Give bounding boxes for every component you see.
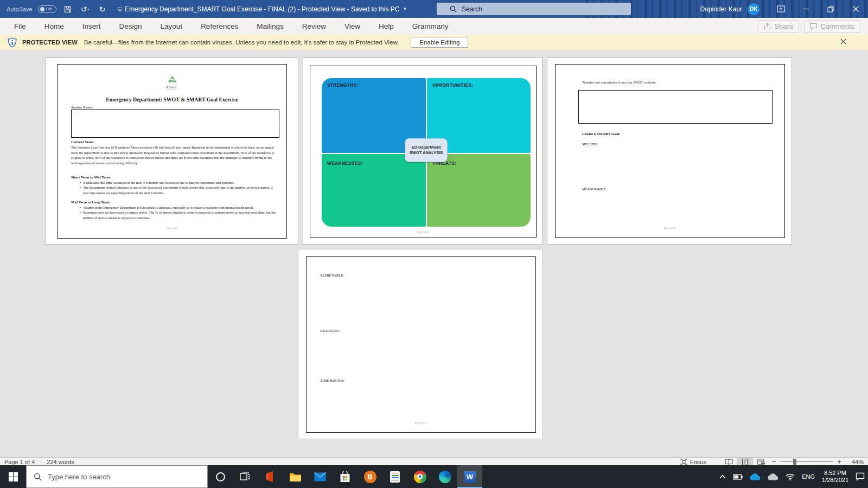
share-label: Share bbox=[774, 22, 793, 30]
search-input[interactable]: Search bbox=[437, 3, 631, 15]
mid-term-bullets: •Volume in the Emergency Department is f… bbox=[78, 205, 276, 220]
tab-layout[interactable]: Layout bbox=[151, 18, 192, 35]
document-page-4[interactable]: ACHIEVABLE: REALISTIC: TIME BOUND: Page … bbox=[298, 249, 543, 439]
swot-center-line2: SWOT ANALYSIS bbox=[410, 150, 443, 156]
task-view-icon[interactable] bbox=[233, 465, 258, 488]
comments-button[interactable]: Comments bbox=[804, 20, 860, 33]
tray-expand-chevron-icon[interactable] bbox=[719, 474, 726, 479]
strengths-label: STRENGTHS: bbox=[327, 82, 358, 88]
save-icon[interactable] bbox=[62, 3, 74, 16]
autosave-toggle-knob bbox=[40, 7, 44, 11]
swot-center-title: ED Department SWOT ANALYSIS bbox=[405, 138, 448, 162]
tab-file[interactable]: File bbox=[5, 18, 35, 35]
list-item: •Volume in the Emergency Department is f… bbox=[78, 205, 276, 210]
tab-view[interactable]: View bbox=[335, 18, 369, 35]
logo-subtitle: COLLEGE bbox=[46, 88, 298, 91]
minimize-button[interactable] bbox=[793, 0, 818, 18]
print-layout-button[interactable] bbox=[737, 458, 753, 466]
tab-mailings[interactable]: Mailings bbox=[247, 18, 293, 35]
current-state-text: The Intensive Care Unit has 60 Registere… bbox=[71, 145, 276, 165]
chrome-icon[interactable] bbox=[407, 465, 432, 488]
tab-grammarly[interactable]: Grammarly bbox=[403, 18, 458, 35]
ribbon-display-options-icon[interactable] bbox=[768, 0, 793, 18]
status-bar: Page 1 of 4 224 words Focus − + 44% bbox=[0, 457, 868, 465]
title-dropdown-caret-icon[interactable]: ▼ bbox=[403, 7, 407, 11]
web-layout-button[interactable] bbox=[753, 458, 769, 466]
tray-date: 1/28/2021 bbox=[822, 477, 848, 483]
weaknesses-label: WEAKNESSES: bbox=[327, 160, 363, 166]
orange-b-app-icon[interactable]: B bbox=[358, 465, 382, 488]
action-center-icon[interactable] bbox=[856, 472, 865, 481]
tab-references[interactable]: References bbox=[192, 18, 247, 35]
taskbar-search-input[interactable]: Type here to search bbox=[26, 465, 208, 488]
page4-footer: Page 4 of 4 bbox=[298, 421, 542, 424]
microsoft-store-icon[interactable] bbox=[333, 465, 358, 488]
mid-term-heading: Mid Term to Long Term: bbox=[71, 200, 111, 204]
search-placeholder: Search bbox=[462, 5, 482, 13]
autosave-label: AutoSave bbox=[7, 6, 33, 12]
student-names-box[interactable] bbox=[71, 110, 279, 138]
quick-access-toolbar-icon[interactable] bbox=[114, 3, 126, 16]
undo-icon[interactable]: ↺▾ bbox=[79, 3, 91, 16]
realistic-label: REALISTIC: bbox=[320, 329, 340, 332]
tab-review[interactable]: Review bbox=[293, 18, 335, 35]
word-app-icon[interactable]: W bbox=[457, 465, 482, 488]
cloud-status-icon[interactable] bbox=[768, 473, 778, 480]
swot-center-line1: ED Department bbox=[411, 145, 441, 150]
read-mode-button[interactable] bbox=[720, 458, 737, 466]
cortana-icon[interactable] bbox=[208, 465, 233, 488]
edge-icon[interactable] bbox=[432, 465, 457, 488]
document-page-2[interactable]: STRENGTHS: OPPORTUNITIES: WEAKNESSES: TH… bbox=[303, 57, 542, 245]
share-icon bbox=[764, 23, 771, 30]
document-page-3[interactable]: Transfer one opportunity from your SWOT … bbox=[547, 57, 792, 245]
autosave-toggle[interactable]: Off bbox=[38, 5, 56, 13]
wifi-icon[interactable] bbox=[786, 473, 795, 480]
close-button[interactable] bbox=[843, 0, 868, 18]
share-button[interactable]: Share bbox=[758, 20, 799, 33]
search-icon bbox=[450, 5, 457, 12]
current-state-heading: Current State: bbox=[71, 140, 94, 144]
zoom-slider-handle[interactable] bbox=[793, 459, 796, 465]
time-bound-label: TIME BOUND: bbox=[320, 378, 344, 382]
restore-button[interactable] bbox=[818, 0, 843, 18]
file-explorer-icon[interactable] bbox=[283, 465, 308, 488]
user-name[interactable]: Dupinder Kaur bbox=[700, 5, 742, 13]
clock[interactable]: 8:52 PM 1/28/2021 bbox=[822, 470, 848, 484]
avatar[interactable]: DK bbox=[748, 3, 760, 15]
smart-goal-heading: Create a SMART Goal: bbox=[582, 132, 620, 136]
comments-label: Comments bbox=[820, 22, 854, 30]
zoom-slider[interactable] bbox=[780, 458, 833, 466]
tab-design[interactable]: Design bbox=[110, 18, 151, 35]
list-item: •3 additional full time vacancies in the… bbox=[78, 180, 276, 185]
office-app-icon[interactable] bbox=[258, 465, 283, 488]
banner-close-icon[interactable] bbox=[840, 38, 846, 46]
tab-home[interactable]: Home bbox=[35, 18, 73, 35]
swot-threats-quadrant[interactable]: THREATS: bbox=[427, 154, 531, 227]
page-indicator[interactable]: Page 1 of 4 bbox=[4, 459, 35, 465]
tab-insert[interactable]: Insert bbox=[73, 18, 110, 35]
zoom-out-button[interactable]: − bbox=[769, 458, 779, 466]
titlebar: AutoSave Off ↺▾ ↻ Emergency Department_S… bbox=[0, 0, 868, 18]
list-item: •The department clinical educator is one… bbox=[78, 185, 276, 195]
enable-editing-button[interactable]: Enable Editing bbox=[411, 37, 468, 48]
language-indicator[interactable]: ENG bbox=[802, 473, 815, 480]
short-term-heading: Short Term to Mid Term: bbox=[71, 175, 111, 179]
window-title-text: Emergency Department_SMART Goal Exercise… bbox=[125, 5, 399, 13]
redo-icon[interactable]: ↻ bbox=[97, 3, 108, 16]
battery-icon[interactable] bbox=[733, 474, 743, 480]
short-term-bullets: •3 additional full time vacancies in the… bbox=[78, 180, 276, 195]
word-count[interactable]: 224 words bbox=[47, 459, 74, 465]
autosave-state-label: Off bbox=[46, 7, 52, 11]
tab-help[interactable]: Help bbox=[369, 18, 403, 35]
document-page-1[interactable]: SAULT COLLEGE Emergency Department: SWOT… bbox=[46, 57, 298, 245]
notes-app-icon[interactable] bbox=[382, 465, 407, 488]
opportunity-box[interactable] bbox=[578, 90, 773, 124]
swot-weaknesses-quadrant[interactable]: WEAKNESSES: bbox=[322, 154, 426, 227]
focus-button[interactable]: Focus bbox=[680, 459, 706, 465]
zoom-in-button[interactable]: + bbox=[834, 458, 844, 466]
start-button[interactable] bbox=[0, 465, 26, 488]
onedrive-cloud-icon[interactable] bbox=[750, 473, 761, 480]
zoom-level[interactable]: 44% bbox=[844, 459, 864, 465]
list-item: •Retention rates are forecasted to remai… bbox=[78, 210, 276, 220]
mail-app-icon[interactable] bbox=[308, 465, 333, 488]
